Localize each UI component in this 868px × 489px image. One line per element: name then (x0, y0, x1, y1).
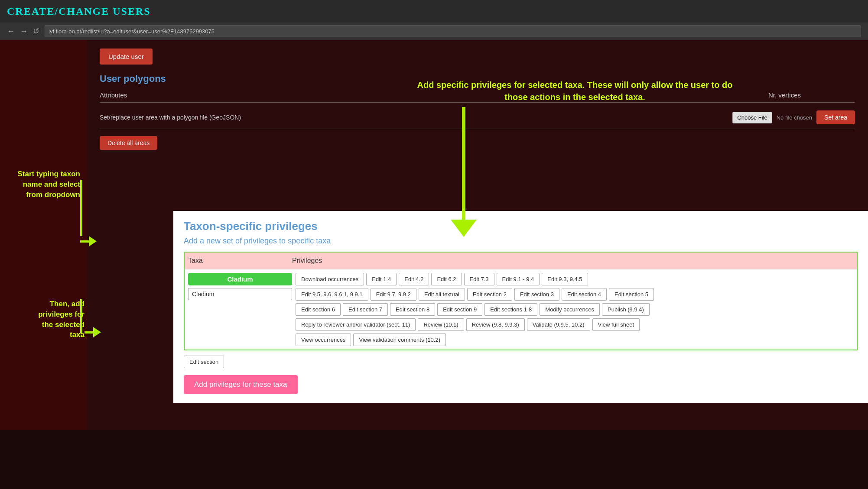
taxon-badge: Cladium (188, 273, 292, 285)
priv-edit-9-7[interactable]: Edit 9.7, 9.9.2 (371, 288, 416, 301)
no-file-text: No file chosen (777, 114, 812, 121)
down-arrow (451, 107, 477, 237)
choose-file-button[interactable]: Choose File (732, 112, 772, 123)
priv-edit-section-9[interactable]: Edit section 9 (437, 303, 482, 316)
priv-download-occurrences[interactable]: Download occurrences (296, 273, 364, 285)
page-body: Update user User polygons Attributes Nr.… (87, 40, 868, 430)
priv-edit-7-3[interactable]: Edit 7.3 (464, 273, 494, 285)
privileges-table: Taxa Privileges Cladium Download occurre… (184, 252, 858, 350)
priv-edit-4-2[interactable]: Edit 4.2 (399, 273, 429, 285)
priv-row-1: Download occurrences Edit 1.4 Edit 4.2 E… (296, 273, 853, 285)
set-area-button[interactable]: Set area (816, 110, 855, 124)
priv-review-9-8[interactable]: Review (9.8, 9.9.3) (466, 318, 525, 331)
priv-review-10-1[interactable]: Review (10.1) (418, 318, 464, 331)
annotation-tooltip: Add specific privileges for selected tax… (282, 79, 868, 103)
priv-view-occurrences[interactable]: View occurrences (296, 334, 351, 346)
taxon-privileges-section: Taxon-specific privileges Add a new set … (173, 211, 868, 403)
browser-title-bar: CREATE/CHANGE USERS (0, 0, 868, 23)
left-annotation-arrow-2 (85, 327, 101, 337)
priv-edit-sections-1-8[interactable]: Edit sections 1-8 (484, 303, 537, 316)
sidebar (0, 40, 87, 430)
priv-table-body: Cladium Download occurrences Edit 1.4 Ed… (185, 269, 857, 350)
priv-edit-9-3-9-4-5[interactable]: Edit 9.3, 9.4.5 (542, 273, 588, 285)
nav-reload-button[interactable]: ↺ (33, 26, 39, 36)
left-v-bar-1 (80, 180, 82, 236)
main-content: Update user User polygons Attributes Nr.… (0, 40, 868, 430)
priv-edit-section-6[interactable]: Edit section 6 (296, 303, 341, 316)
priv-edit-all-textual[interactable]: Edit all textual (419, 288, 465, 301)
taxa-col-header: Taxa (188, 257, 292, 265)
nav-forward-button[interactable]: → (20, 27, 28, 36)
nav-back-button[interactable]: ← (7, 27, 15, 36)
privileges-col-header: Privileges (292, 257, 853, 265)
add-privileges-area: Add privileges for these taxa (184, 375, 858, 394)
update-user-button[interactable]: Update user (100, 49, 153, 65)
priv-edit-section-4[interactable]: Edit section 4 (562, 288, 607, 301)
taxon-input[interactable] (188, 288, 292, 300)
priv-view-validation-comments[interactable]: View validation comments (10.2) (353, 334, 446, 346)
priv-table-header: Taxa Privileges (185, 253, 857, 269)
priv-row-5: View occurrences View validation comment… (296, 334, 853, 346)
priv-edit-section-5[interactable]: Edit section 5 (609, 288, 654, 301)
left-annotation-1: Start typing taxon name and select from … (0, 169, 85, 200)
priv-row-4: Reply to reviewer and/or validator (sect… (296, 318, 853, 331)
priv-modify-occurrences[interactable]: Modify occurrences (540, 303, 600, 316)
priv-view-full-sheet[interactable]: View full sheet (592, 318, 640, 331)
taxon-section-title: Taxon-specific privileges (184, 220, 858, 233)
set-area-label: Set/replace user area with a polygon fil… (100, 114, 732, 121)
privileges-buttons-column: Download occurrences Edit 1.4 Edit 4.2 E… (296, 273, 853, 346)
left-annotation-2: Then, add privileges for the selected ta… (0, 299, 89, 340)
file-upload-row: Set/replace user area with a polygon fil… (100, 106, 855, 129)
priv-edit-section-7[interactable]: Edit section 7 (343, 303, 388, 316)
priv-edit-1-4[interactable]: Edit 1.4 (366, 273, 397, 285)
priv-edit-9-1-9-4[interactable]: Edit 9.1 - 9.4 (497, 273, 540, 285)
priv-validate[interactable]: Validate (9.9.5, 10.2) (527, 318, 590, 331)
priv-edit-section-8[interactable]: Edit section 8 (390, 303, 435, 316)
page-title: CREATE/CHANGE USERS (7, 6, 151, 17)
add-privileges-link[interactable]: Add a new set of privileges to specific … (184, 236, 858, 246)
address-input[interactable] (45, 25, 861, 37)
delete-all-areas-button[interactable]: Delete all areas (100, 136, 157, 150)
taxa-column: Cladium (188, 273, 292, 346)
priv-row-2: Edit 9.5, 9.6, 9.6.1, 9.9.1 Edit 9.7, 9.… (296, 288, 853, 301)
file-input-area: Choose File No file chosen Set area (732, 110, 855, 124)
left-v-bar-2 (80, 299, 82, 334)
priv-edit-6-2[interactable]: Edit 6.2 (431, 273, 462, 285)
priv-edit-section-3[interactable]: Edit section 3 (514, 288, 559, 301)
priv-row-3: Edit section 6 Edit section 7 Edit secti… (296, 303, 853, 316)
priv-edit-section-2[interactable]: Edit section 2 (467, 288, 512, 301)
priv-edit-section[interactable]: Edit section (184, 356, 224, 368)
add-privileges-button[interactable]: Add privileges for these taxa (184, 375, 298, 394)
left-annotation-arrow-1 (80, 236, 97, 246)
edit-section-row: Edit section (184, 356, 858, 368)
priv-publish[interactable]: Publish (9.9.4) (602, 303, 650, 316)
address-bar: ← → ↺ (0, 23, 868, 40)
priv-edit-9-5-9-6[interactable]: Edit 9.5, 9.6, 9.6.1, 9.9.1 (296, 288, 368, 301)
priv-reply-reviewer[interactable]: Reply to reviewer and/or validator (sect… (296, 318, 416, 331)
